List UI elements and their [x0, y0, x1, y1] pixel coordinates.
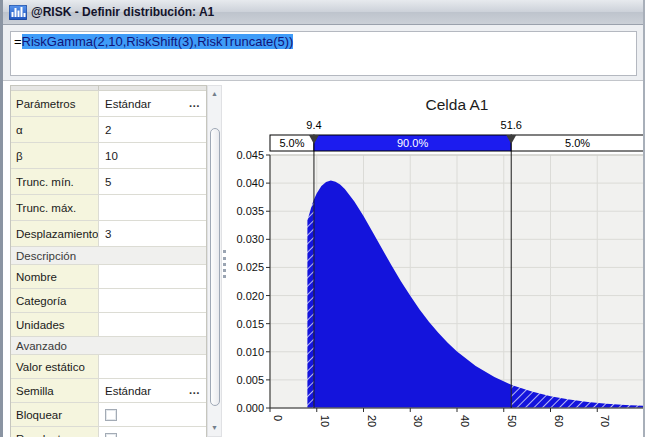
- distribution-chart[interactable]: Celda A10.0000.0050.0100.0150.0200.0250.…: [231, 82, 643, 437]
- param-value-text: Estándar: [105, 98, 151, 110]
- param-label-valor-estatico: Valor estático: [11, 355, 99, 378]
- x-tick-label: 40: [459, 415, 471, 427]
- dialog-content: ParámetrosEstándar…α2β10Trunc. mín.5Trun…: [3, 82, 643, 437]
- x-tick-label: 10: [319, 415, 331, 427]
- bar-chart-icon: [9, 5, 27, 20]
- param-label-unidades: Unidades: [11, 313, 99, 336]
- scroll-down-icon[interactable]: ▼: [208, 421, 221, 435]
- param-value-text: 10: [105, 150, 118, 162]
- ellipsis-button-parametros[interactable]: …: [189, 97, 202, 109]
- param-row-valor-estatico: Valor estático: [11, 355, 206, 379]
- param-label-categoria: Categoría: [11, 289, 99, 312]
- param-value-nombre[interactable]: [99, 265, 206, 288]
- panel-splitter-handle[interactable]: [223, 250, 226, 278]
- param-row-categoria: Categoría: [11, 289, 206, 313]
- titlebar[interactable]: @RISK - Definir distribución: A1: [3, 0, 643, 25]
- y-tick-label: 0.010: [236, 346, 264, 358]
- checkbox-recolectar[interactable]: [105, 433, 117, 437]
- param-row-nombre: Nombre: [11, 265, 206, 289]
- x-tick-label: 30: [412, 415, 424, 427]
- formula-prefix: =: [14, 34, 22, 49]
- x-tick-label: 70: [599, 415, 611, 427]
- param-value-trunc-max[interactable]: [99, 195, 206, 220]
- param-label-parametros: Parámetros: [11, 91, 99, 116]
- x-tick-label: 0: [272, 415, 284, 421]
- formula-selected-text: RiskGamma(2,10,RiskShift(3),RiskTruncate…: [22, 34, 294, 49]
- param-value-text: 3: [105, 228, 111, 240]
- param-row-trunc-max: Trunc. máx.: [11, 195, 206, 221]
- delimiter-value-left: 9.4: [306, 119, 321, 131]
- chart-title: Celda A1: [426, 96, 489, 113]
- param-value-semilla[interactable]: Estándar…: [99, 379, 206, 402]
- left-tail-hatched-area: [307, 199, 314, 408]
- param-value-recolectar[interactable]: [99, 427, 206, 437]
- param-value-parametros[interactable]: Estándar…: [99, 91, 206, 116]
- param-section-descripcion: Descripción: [11, 247, 206, 265]
- param-value-row-1[interactable]: 2: [99, 117, 206, 142]
- probability-band-label: 90.0%: [397, 137, 428, 149]
- param-label-nombre: Nombre: [11, 265, 99, 288]
- param-scrollbar[interactable]: ▲ ▼: [207, 85, 222, 437]
- ellipsis-button-semilla[interactable]: …: [189, 384, 202, 396]
- param-label-desplazamiento: Desplazamiento: [11, 221, 99, 246]
- param-label-semilla: Semilla: [11, 379, 99, 402]
- param-row-row-2: β10: [11, 143, 206, 169]
- param-row-recolectar: Recolectar: [11, 427, 206, 437]
- y-tick-label: 0.025: [236, 261, 264, 273]
- parameters-panel: ParámetrosEstándar…α2β10Trunc. mín.5Trun…: [10, 85, 207, 437]
- param-value-text: Estándar: [105, 385, 151, 397]
- param-row-row-1: α2: [11, 117, 206, 143]
- param-row-bloquear: Bloquear: [11, 403, 206, 427]
- param-label-trunc-min: Trunc. mín.: [11, 169, 99, 194]
- param-label-row-2: β: [11, 143, 99, 168]
- y-tick-label: 0.015: [236, 318, 264, 330]
- x-tick-label: 20: [366, 415, 378, 427]
- checkbox-bloquear[interactable]: [105, 409, 117, 421]
- x-tick-label: 50: [506, 415, 518, 427]
- y-tick-label: 0.030: [236, 233, 264, 245]
- param-value-desplazamiento[interactable]: 3: [99, 221, 206, 246]
- param-label-bloquear: Bloquear: [11, 403, 99, 426]
- y-tick-label: 0.040: [236, 177, 264, 189]
- window-title: @RISK - Definir distribución: A1: [31, 0, 214, 24]
- scrollbar-thumb[interactable]: [210, 128, 220, 406]
- param-value-unidades[interactable]: [99, 313, 206, 336]
- x-tick-label: 60: [553, 415, 565, 427]
- y-tick-label: 0.005: [236, 374, 264, 386]
- y-tick-label: 0.045: [236, 149, 264, 161]
- param-label-row-1: α: [11, 117, 99, 142]
- y-tick-label: 0.020: [236, 290, 264, 302]
- param-label-recolectar: Recolectar: [11, 427, 99, 437]
- y-tick-label: 0.035: [236, 205, 264, 217]
- param-row-semilla: SemillaEstándar…: [11, 379, 206, 403]
- param-row-parametros: ParámetrosEstándar…: [11, 91, 206, 117]
- probability-band-label: 5.0%: [565, 137, 590, 149]
- param-value-text: 5: [105, 176, 111, 188]
- param-value-trunc-min[interactable]: 5: [99, 169, 206, 194]
- param-value-categoria[interactable]: [99, 289, 206, 312]
- param-row-trunc-min: Trunc. mín.5: [11, 169, 206, 195]
- param-label-trunc-max: Trunc. máx.: [11, 195, 99, 220]
- param-row-desplazamiento: Desplazamiento3: [11, 221, 206, 247]
- y-tick-label: 0.000: [236, 402, 264, 414]
- param-row-unidades: Unidades: [11, 313, 206, 337]
- formula-input[interactable]: =RiskGamma(2,10,RiskShift(3),RiskTruncat…: [10, 31, 637, 76]
- param-value-valor-estatico[interactable]: [99, 355, 206, 378]
- param-value-text: 2: [105, 124, 111, 136]
- formula-panel: =RiskGamma(2,10,RiskShift(3),RiskTruncat…: [3, 25, 643, 81]
- probability-band-label: 5.0%: [279, 137, 304, 149]
- param-section-avanzado: Avanzado: [11, 337, 206, 355]
- delimiter-value-right: 51.6: [501, 119, 522, 131]
- param-value-bloquear[interactable]: [99, 403, 206, 426]
- param-value-row-2[interactable]: 10: [99, 143, 206, 168]
- scroll-up-icon[interactable]: ▲: [208, 87, 221, 101]
- risk-define-distribution-dialog: @RISK - Definir distribución: A1 =RiskGa…: [0, 0, 645, 437]
